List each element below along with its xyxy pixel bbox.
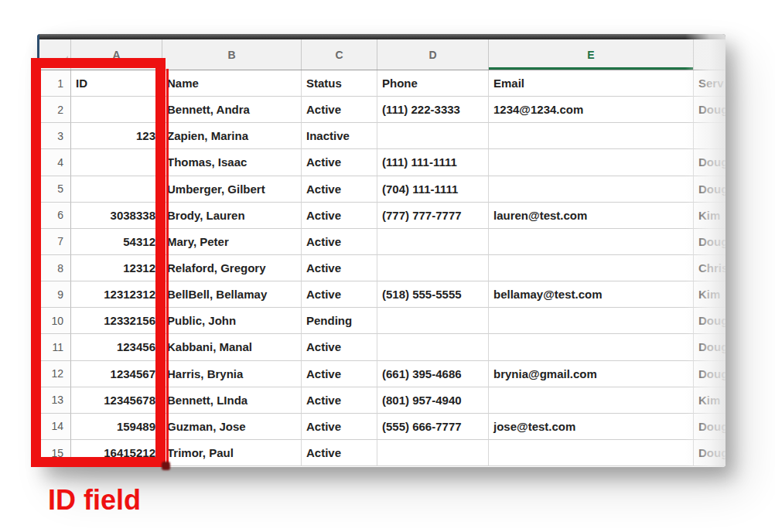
cell-D12[interactable]: (661) 395-4686	[377, 361, 489, 387]
cell-E6[interactable]: lauren@test.com	[489, 203, 694, 229]
cell-F13[interactable]: Kim	[694, 387, 725, 414]
cell-F5[interactable]: Doug	[694, 176, 725, 203]
cell-C14[interactable]: Active	[302, 414, 377, 440]
cell-B8[interactable]: Relaford, Gregory	[162, 255, 302, 281]
cell-E1[interactable]: Email	[489, 70, 694, 97]
cell-E15[interactable]	[489, 440, 694, 466]
cell-D11[interactable]	[377, 334, 489, 360]
cell-B14[interactable]: Guzman, Jose	[162, 414, 302, 440]
cell-C11[interactable]: Active	[302, 334, 377, 360]
cell-E10[interactable]	[489, 308, 694, 334]
cell-E13[interactable]	[489, 387, 694, 414]
cell-B10[interactable]: Public, John	[162, 308, 302, 334]
cell-D13[interactable]: (801) 957-4940	[377, 387, 489, 414]
cell-E2[interactable]: 1234@1234.com	[489, 97, 694, 123]
cell-E11[interactable]	[489, 334, 694, 360]
cell-F14[interactable]: Doug	[694, 414, 725, 440]
highlight-corner-smudge	[162, 462, 170, 470]
cell-B1[interactable]: Name	[162, 70, 302, 97]
cell-D3[interactable]	[377, 123, 489, 149]
cell-B3[interactable]: Zapien, Marina	[162, 123, 302, 149]
cell-B6[interactable]: Brody, Lauren	[162, 203, 302, 229]
cell-B5[interactable]: Umberger, Gilbert	[162, 176, 302, 203]
cell-B15[interactable]: Trimor, Paul	[162, 440, 302, 466]
cell-F7[interactable]: Doug	[694, 229, 725, 255]
cell-D5[interactable]: (704) 111-1111	[377, 176, 489, 203]
cell-E9[interactable]: bellamay@test.com	[489, 281, 694, 308]
cell-D6[interactable]: (777) 777-7777	[377, 203, 489, 229]
cell-E12[interactable]: brynia@gmail.com	[489, 361, 694, 387]
cell-B12[interactable]: Harris, Brynia	[162, 361, 302, 387]
cell-E5[interactable]	[489, 176, 694, 203]
window-top-edge	[37, 34, 725, 39]
cell-D7[interactable]	[377, 229, 489, 255]
annotation-label: ID field	[48, 484, 141, 517]
cell-D9[interactable]: (518) 555-5555	[377, 281, 489, 308]
page-background: ABCDE 1IDNameStatusPhoneEmailServ2Bennet…	[0, 0, 775, 532]
cell-D4[interactable]: (111) 111-1111	[377, 149, 489, 176]
cell-F10[interactable]: Doug	[694, 308, 725, 334]
cell-D1[interactable]: Phone	[377, 70, 489, 97]
cell-C15[interactable]: Active	[302, 440, 377, 466]
cell-C4[interactable]: Active	[302, 149, 377, 176]
id-column-highlight-inner-line	[166, 69, 169, 466]
cell-C1[interactable]: Status	[302, 70, 377, 97]
cell-B13[interactable]: Bennett, LInda	[162, 387, 302, 414]
cell-F8[interactable]: Chris	[694, 255, 725, 281]
cell-D8[interactable]	[377, 255, 489, 281]
column-header-E[interactable]: E	[489, 39, 694, 70]
column-header-C[interactable]: C	[302, 39, 377, 70]
cell-C5[interactable]: Active	[302, 176, 377, 203]
cell-F4[interactable]: Doug	[694, 149, 725, 176]
cell-F6[interactable]: Kim	[694, 203, 725, 229]
cell-E7[interactable]	[489, 229, 694, 255]
cell-B9[interactable]: BellBell, Bellamay	[162, 281, 302, 308]
cell-F1[interactable]: Serv	[694, 70, 725, 97]
cell-B7[interactable]: Mary, Peter	[162, 229, 302, 255]
cell-D10[interactable]	[377, 308, 489, 334]
cell-C12[interactable]: Active	[302, 361, 377, 387]
cell-F3[interactable]	[694, 123, 725, 149]
cell-B2[interactable]: Bennett, Andra	[162, 97, 302, 123]
cell-F12[interactable]: Doug	[694, 361, 725, 387]
cell-E8[interactable]	[489, 255, 694, 281]
cell-F9[interactable]: Kim	[694, 281, 725, 308]
column-header-D[interactable]: D	[377, 39, 489, 70]
column-header-F[interactable]	[694, 39, 725, 70]
cell-E3[interactable]	[489, 123, 694, 149]
cell-C8[interactable]: Active	[302, 255, 377, 281]
cell-C9[interactable]: Active	[302, 281, 377, 308]
cell-D15[interactable]	[377, 440, 489, 466]
cell-D2[interactable]: (111) 222-3333	[377, 97, 489, 123]
cell-C13[interactable]: Active	[302, 387, 377, 414]
cell-B11[interactable]: Kabbani, Manal	[162, 334, 302, 360]
cell-E14[interactable]: jose@test.com	[489, 414, 694, 440]
cell-C7[interactable]: Active	[302, 229, 377, 255]
cell-C3[interactable]: Inactive	[302, 123, 377, 149]
cell-D14[interactable]: (555) 666-7777	[377, 414, 489, 440]
cell-F15[interactable]: Doug	[694, 440, 725, 466]
cell-C2[interactable]: Active	[302, 97, 377, 123]
id-column-highlight-rectangle	[31, 58, 166, 467]
cell-C6[interactable]: Active	[302, 203, 377, 229]
column-header-B[interactable]: B	[162, 39, 302, 70]
cell-B4[interactable]: Thomas, Isaac	[162, 149, 302, 176]
cell-E4[interactable]	[489, 149, 694, 176]
cell-F11[interactable]: Doug	[694, 334, 725, 360]
cell-C10[interactable]: Pending	[302, 308, 377, 334]
cell-F2[interactable]: Doug	[694, 97, 725, 123]
